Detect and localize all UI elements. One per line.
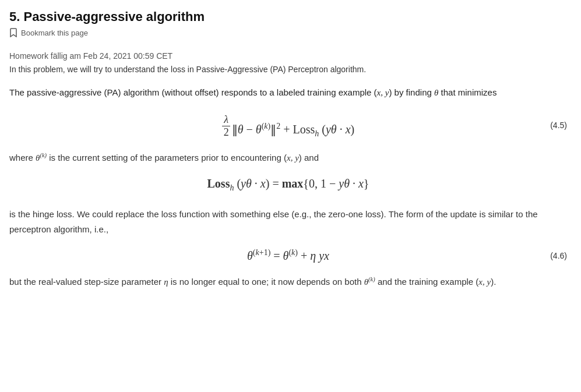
equation-4-5: (4.5) λ 2 ‖θ − θ(k)‖2 + Lossh (yθ · x) <box>9 112 567 139</box>
intro-text: In this problem, we will try to understa… <box>9 63 567 76</box>
hinge-text: is the hinge loss. We could replace the … <box>9 207 567 236</box>
hinge-loss-equation: Lossh (yθ · x) = max{0, 1 − yθ · x} <box>9 177 567 193</box>
where-clause: where θ(k) is the current setting of the… <box>9 150 567 166</box>
equation-4-6: (4.6) θ(k+1) = θ(k) + η yx <box>9 248 567 263</box>
homework-meta: Homework fällig am Feb 24, 2021 00:59 CE… <box>9 51 567 61</box>
math-theta: θ <box>434 88 438 97</box>
eq-label-45: (4.5) <box>550 121 567 130</box>
eq45-content: λ 2 ‖θ − θ(k)‖2 + Lossh (yθ · x) <box>222 112 355 125</box>
math-xy-1: x, y <box>377 88 389 97</box>
math-theta-k-2: θ(k) <box>364 277 375 287</box>
para1: The passive-aggressive (PA) algorithm (w… <box>9 85 567 101</box>
eq-label-46: (4.6) <box>550 251 567 260</box>
math-theta-k: θ(k) <box>36 153 47 163</box>
bookmark-icon <box>9 28 17 37</box>
math-xy-3: x, y <box>478 277 491 287</box>
bottom-text: but the real-valued step-size parameter … <box>9 274 567 290</box>
bookmark-label: Bookmark this page <box>21 29 88 37</box>
bookmark-button[interactable]: Bookmark this page <box>9 28 567 37</box>
page-title: 5. Passive-aggressive algorithm <box>9 9 567 24</box>
math-xy-2: x, y <box>287 153 299 163</box>
math-eta: η <box>164 277 168 287</box>
